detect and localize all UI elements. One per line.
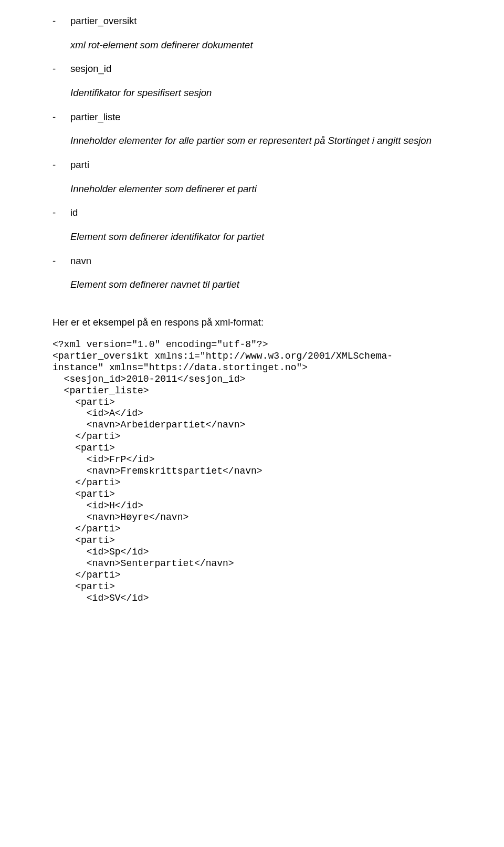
term-text: navn xyxy=(70,255,91,267)
term-text: parti xyxy=(70,159,89,171)
bullet-dash: - xyxy=(52,15,70,27)
term-description: Element som definerer navnet til partiet xyxy=(70,278,452,291)
term-description: Inneholder elementer som definerer et pa… xyxy=(70,183,452,195)
definition-item: - sesjon_id Identifikator for spesifiser… xyxy=(52,62,452,99)
document-page: - partier_oversikt xml rot-element som d… xyxy=(0,0,504,847)
bullet-dash: - xyxy=(52,206,70,219)
term-description: Inneholder elementer for alle partier so… xyxy=(70,134,452,147)
term-description: Identifikator for spesifisert sesjon xyxy=(70,87,452,99)
term-text: sesjon_id xyxy=(70,62,111,75)
term-text: partier_oversikt xyxy=(70,15,136,27)
term-description: xml rot-element som definerer dokumentet xyxy=(70,39,452,51)
definition-item: - id Element som definerer identifikator… xyxy=(52,206,452,243)
bullet-dash: - xyxy=(52,111,70,123)
term-text: partier_liste xyxy=(70,111,121,123)
definition-item: - partier_liste Inneholder elementer for… xyxy=(52,111,452,147)
bullet-dash: - xyxy=(52,159,70,171)
definition-item: - parti Inneholder elementer som definer… xyxy=(52,159,452,195)
bullet-dash: - xyxy=(52,255,70,267)
term-description: Element som definerer identifikator for … xyxy=(70,231,452,243)
term-text: id xyxy=(70,206,78,219)
code-block: <?xml version="1.0" encoding="utf-8"?> <… xyxy=(52,339,452,604)
definition-item: - navn Element som definerer navnet til … xyxy=(52,255,452,291)
example-intro: Her er et eksempel på en respons på xml-… xyxy=(52,316,452,329)
bullet-dash: - xyxy=(52,62,70,75)
definition-item: - partier_oversikt xml rot-element som d… xyxy=(52,15,452,51)
